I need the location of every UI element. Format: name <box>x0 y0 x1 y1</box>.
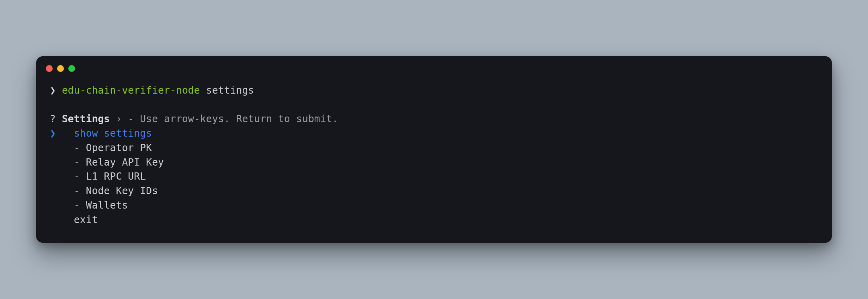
minimize-icon[interactable] <box>57 65 64 72</box>
menu-item-prefix: - <box>74 156 86 168</box>
menu-item-prefix: - <box>74 142 86 154</box>
menu-item-label: Relay API Key <box>86 156 164 168</box>
question-hint: - Use arrow-keys. Return to submit. <box>128 113 338 125</box>
menu-item[interactable]: - Relay API Key <box>50 155 818 170</box>
menu-item[interactable]: - Node Key IDs <box>50 184 818 198</box>
close-icon[interactable] <box>46 65 53 72</box>
prompt-question-line: ? Settings › - Use arrow-keys. Return to… <box>50 112 818 126</box>
window-titlebar <box>36 56 832 79</box>
menu-item-label: Wallets <box>86 199 128 211</box>
menu-item-label: exit <box>74 214 98 225</box>
menu-item-prefix: - <box>74 170 86 182</box>
command-line: ❯ edu-chain-verifier-node settings <box>50 83 818 98</box>
menu-item-label: Operator PK <box>86 142 152 154</box>
menu-item[interactable]: - Wallets <box>50 198 818 213</box>
question-mark-icon: ? <box>50 113 56 125</box>
terminal-body[interactable]: ❯ edu-chain-verifier-node settings ? Set… <box>36 79 832 227</box>
menu-item-label: show settings <box>74 127 152 139</box>
terminal-window: ❯ edu-chain-verifier-node settings ? Set… <box>36 56 832 243</box>
command-argument: settings <box>206 84 254 96</box>
menu-item[interactable]: - L1 RPC URL <box>50 169 818 184</box>
maximize-icon[interactable] <box>68 65 75 72</box>
question-label: Settings <box>62 113 110 125</box>
selected-chevron-icon: ❯ <box>50 127 56 139</box>
menu-item-selected[interactable]: ❯ show settings <box>50 126 818 141</box>
menu-item[interactable]: - Operator PK <box>50 141 818 155</box>
menu-item-prefix: - <box>74 199 86 211</box>
command-binary: edu-chain-verifier-node <box>62 84 200 96</box>
chevron-right-icon: › <box>116 113 122 125</box>
menu-item-exit[interactable]: exit <box>50 213 818 227</box>
menu-item-prefix: - <box>74 185 86 197</box>
prompt-chevron-icon: ❯ <box>50 84 56 96</box>
menu-item-label: L1 RPC URL <box>86 170 146 182</box>
menu-item-label: Node Key IDs <box>86 185 158 197</box>
